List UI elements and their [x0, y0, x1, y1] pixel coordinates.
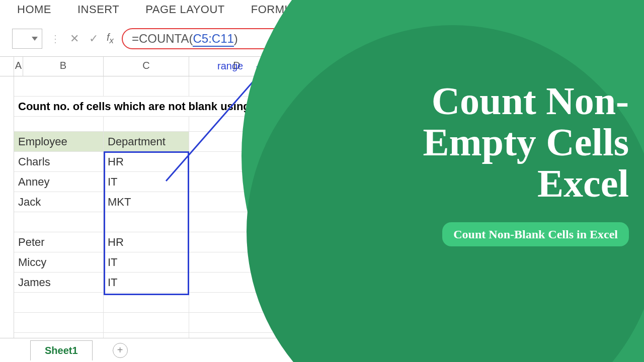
overlay-badge: Count Non-Blank Cells in Excel — [442, 222, 629, 247]
tab-pagelayout[interactable]: PAGE LAYOUT — [145, 3, 225, 16]
col-A[interactable]: A — [14, 57, 23, 76]
tab-home[interactable]: HOME — [17, 3, 51, 16]
range-annotation: range — [217, 60, 243, 72]
enter-icon[interactable]: ✓ — [87, 32, 101, 45]
name-box[interactable] — [12, 29, 42, 49]
divider-dots: ⋮ — [47, 33, 62, 45]
chevron-down-icon — [32, 37, 38, 41]
cancel-icon[interactable]: ✕ — [67, 32, 82, 45]
new-sheet-button[interactable]: + — [113, 343, 128, 358]
overlay-text: Count Non- Empty Cells Excel Count Non-B… — [327, 80, 629, 246]
formula-text: =COUNTA(C5:C11) — [132, 32, 238, 46]
tab-insert[interactable]: INSERT — [77, 3, 119, 16]
sheet-tab[interactable]: Sheet1 — [30, 340, 93, 360]
th-department: Department — [104, 132, 189, 152]
fx-icon[interactable]: fx — [106, 32, 117, 46]
th-employee: Employee — [14, 132, 104, 152]
overlay-title: Count Non- Empty Cells Excel — [327, 80, 629, 204]
col-B[interactable]: B — [23, 57, 104, 76]
col-C[interactable]: C — [104, 57, 189, 76]
